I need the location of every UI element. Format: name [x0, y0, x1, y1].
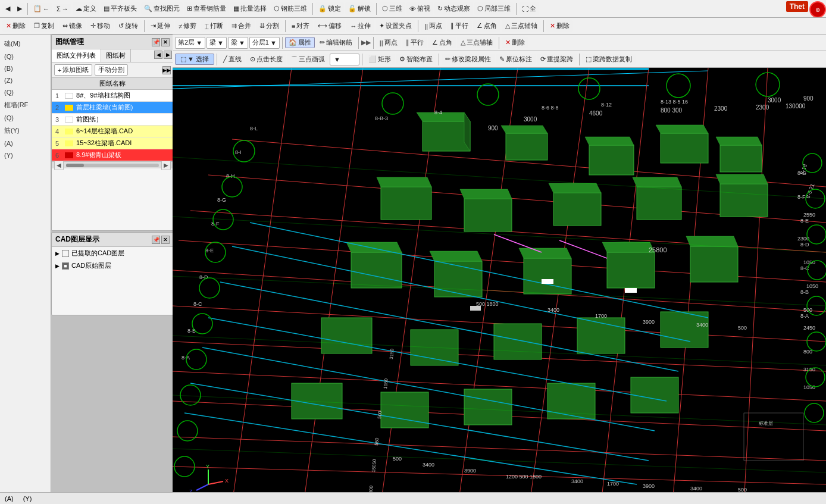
type1-dropdown[interactable]: 梁 ▼	[206, 37, 227, 49]
pt-length-btn[interactable]: ⊙ 点击长度	[246, 54, 286, 65]
define-btn[interactable]: 📋 ←	[30, 3, 52, 14]
parallel-btn[interactable]: ∥ 平行	[447, 20, 472, 32]
rebar3d-btn[interactable]: ⬡ 钢筋三维	[271, 2, 310, 15]
svg-text:1050: 1050	[806, 283, 818, 289]
twopoint-bar-btn[interactable]: || 两点	[376, 37, 401, 48]
break-btn[interactable]: ⌶ 打断	[201, 20, 227, 32]
table-row[interactable]: 2 首层柱梁墙(当前图)	[52, 102, 173, 114]
mod-seg-btn[interactable]: ✏ 修改梁段属性	[442, 54, 495, 65]
mirror-btn[interactable]: ⇔ 镜像	[59, 20, 86, 32]
checkbox-extracted[interactable]	[62, 250, 69, 257]
corner-bar-btn[interactable]: ∠ 点角	[428, 37, 456, 48]
move-btn[interactable]: ✛ 移动	[87, 20, 114, 32]
del3-btn[interactable]: ✕ 删除	[502, 37, 528, 48]
3d-btn[interactable]: ⬡ 三维	[379, 2, 405, 15]
left-item-z[interactable]: (Z)	[1, 74, 49, 86]
trim-btn[interactable]: ≠ 修剪	[175, 20, 200, 32]
split-btn[interactable]: ⇊ 分割	[256, 20, 283, 32]
delete-btn[interactable]: ✕ 删除	[2, 20, 29, 32]
fullscreen-btn[interactable]: ⛶ 全	[519, 2, 539, 15]
more-btn[interactable]: ▶▶	[162, 66, 171, 74]
fig-scrollbar[interactable]: ◀ ▶	[52, 161, 173, 168]
checkbox-original[interactable]: ■	[62, 262, 69, 270]
local3d-btn[interactable]: ⬡ 局部三维	[474, 2, 514, 15]
corner-btn[interactable]: ∠ 点角	[473, 20, 500, 32]
cad-pin-btn[interactable]: 📌	[152, 236, 160, 244]
manual-split-btn[interactable]: 手动分割	[95, 64, 128, 76]
rect-btn[interactable]: ⬜ 矩形	[365, 54, 395, 65]
close-fig-btn[interactable]: ✕	[161, 38, 170, 46]
reset-mark-btn[interactable]: ✎ 原位标注	[496, 54, 536, 65]
cad-close-btn[interactable]: ✕	[161, 236, 170, 244]
table-row[interactable]: 5 15~32柱梁墙.CADI	[52, 137, 173, 149]
table-row[interactable]: 4 6~14层柱梁墙.CAD	[52, 126, 173, 137]
extend-btn[interactable]: ⇥ 延伸	[147, 20, 174, 32]
cad-layer-extracted[interactable]: ▶ 已提取的CAD图层	[52, 247, 173, 259]
check-rebar-btn[interactable]: ⊞ 查看钢筋量	[184, 2, 229, 15]
property-btn[interactable]: 🏠 属性	[285, 37, 315, 48]
unlock-btn[interactable]: 🔓 解锁	[345, 2, 374, 15]
type2-dropdown[interactable]: 梁 ▼	[228, 37, 248, 49]
del2-btn[interactable]: ✕ 删除	[546, 20, 573, 32]
collapse-btn[interactable]: ▶	[164, 51, 172, 59]
left-item-b[interactable]: (B)	[1, 62, 49, 74]
expand-btn[interactable]: ◀	[154, 51, 162, 59]
arc-btn[interactable]: ⌒ 三点画弧	[287, 54, 328, 65]
cad-layer-original[interactable]: ▶ ■ CAD原始图层	[52, 259, 173, 272]
left-item-q3[interactable]: (Q)	[1, 112, 49, 124]
align-btn[interactable]: ≡ 对齐	[288, 20, 313, 32]
back-btn[interactable]: ◀	[2, 3, 13, 14]
left-item-y[interactable]: (Y)	[1, 149, 49, 161]
layer-dropdown[interactable]: 第2层 ▼	[175, 37, 205, 49]
sublayer-dropdown[interactable]: 分层1 ▼	[249, 37, 280, 49]
svg-text:1050: 1050	[383, 378, 389, 389]
sum-btn[interactable]: Σ →	[54, 4, 71, 14]
beam-copy-btn[interactable]: ⬚ 梁跨数据复制	[582, 54, 636, 65]
offset-btn[interactable]: ⟷ 偏移	[314, 20, 345, 32]
twopoint-btn[interactable]: || 两点	[421, 20, 446, 32]
dynamic-btn[interactable]: ↻ 动态观察	[434, 2, 473, 15]
table-row[interactable]: 1 8#、9#墙柱结构图	[52, 90, 173, 102]
pin-btn[interactable]: 📌	[152, 38, 160, 46]
left-item-jc[interactable]: 础(M)	[1, 37, 49, 51]
add-drawing-btn[interactable]: + 添加图纸	[54, 64, 92, 76]
edit-rebar-btn[interactable]: ✏ 编辑钢筋	[316, 37, 356, 48]
parallel-bar-btn[interactable]: ∥ 平行	[402, 37, 427, 48]
left-item-kz[interactable]: 框墙(RF	[1, 98, 49, 112]
view-btn[interactable]: 👁 俯视	[406, 2, 433, 15]
tab-tree[interactable]: 图纸树	[101, 49, 131, 62]
smart-btn[interactable]: ⚙ 智能布置	[396, 54, 436, 65]
cloud-btn[interactable]: ☁ 定义	[73, 2, 99, 15]
svg-rect-55	[494, 324, 542, 359]
threeaxis-bar-btn[interactable]: △ 三点辅轴	[457, 37, 496, 48]
left-item-a[interactable]: (A)	[1, 137, 49, 149]
tab-file-list[interactable]: 图纸文件列表	[52, 49, 101, 62]
main-canvas[interactable]: 900 3000 4600 800 300 2300 2300 130000 3…	[173, 68, 826, 504]
left-item-jiny[interactable]: 筋(Y)	[1, 124, 49, 137]
scroll-left-btn[interactable]: ◀	[54, 161, 64, 170]
left-item-q1[interactable]: (Q)	[1, 51, 49, 62]
forward-btn[interactable]: ▶	[14, 3, 25, 14]
rotate-btn[interactable]: ↺ 旋转	[115, 20, 142, 32]
merge-btn[interactable]: ⇉ 合并	[228, 20, 255, 32]
level-btn[interactable]: ▤ 平齐板头	[101, 2, 140, 15]
left-item-q2[interactable]: (Q)	[1, 86, 49, 98]
sep12	[499, 37, 499, 49]
table-row[interactable]: 3 前图纸）	[52, 114, 173, 126]
align-icon: ≡	[292, 23, 295, 30]
lock-btn[interactable]: 🔒 锁定	[315, 2, 344, 15]
setpoint-btn[interactable]: ✦ 设置夹点	[376, 20, 415, 32]
trim-icon: ≠	[179, 23, 182, 30]
re-beam-btn[interactable]: ⟳ 重提梁跨	[537, 54, 577, 65]
line-btn[interactable]: ╱ 直线	[220, 54, 245, 65]
copy-btn[interactable]: ❐ 复制	[30, 20, 58, 32]
draw-dropdown[interactable]: ▼	[330, 54, 359, 65]
table-row[interactable]: 6 8.9#裙青山梁板	[52, 149, 173, 161]
find-btn[interactable]: 🔍 查找图元	[141, 2, 183, 15]
select-btn[interactable]: ⬚ ▼ 选择	[175, 54, 214, 65]
batch-btn[interactable]: ▦ 批量选择	[230, 2, 270, 15]
scroll-right-btn[interactable]: ▶	[161, 161, 171, 170]
threeaxis-btn[interactable]: △ 三点辅轴	[502, 20, 541, 32]
row-name: 前图纸）	[62, 114, 173, 126]
stretch-btn[interactable]: ↔ 拉伸	[346, 20, 374, 32]
